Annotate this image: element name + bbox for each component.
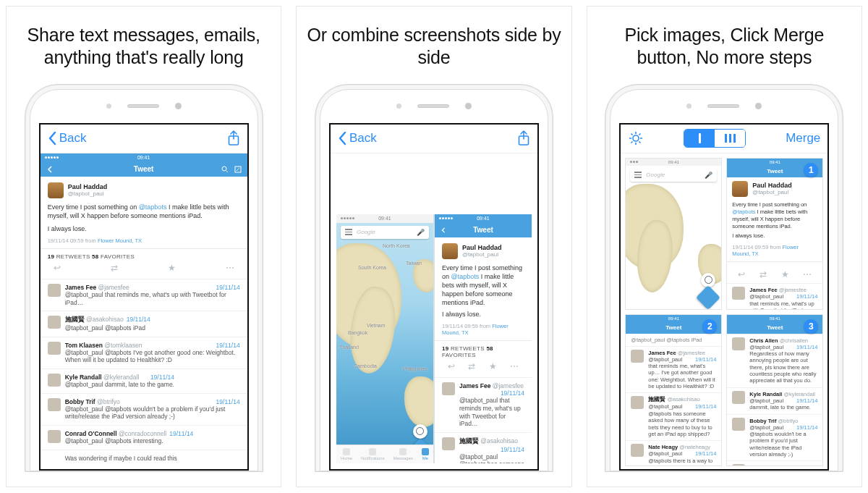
list-item: James Fee @jamesfee19/11/14@tapbot_paul … — [626, 346, 721, 393]
map-screenshot: 09:41 Google 🎤 North Korea — [336, 214, 434, 463]
search-placeholder: Google — [357, 229, 375, 235]
thumb-map[interactable]: 09:41 Google🎤 — [625, 158, 722, 310]
tweet-body: Paul Haddad @tapbot_paul Every time I po… — [41, 177, 247, 279]
list-item: 施國賢 @asakohisao19/11/14@tapbot_paul @tap… — [626, 392, 721, 440]
status-time: 09:41 — [41, 155, 247, 160]
list-item: Conrad O'Connell @conradoconnell19/11/14… — [41, 425, 247, 450]
list-item: Bobby Trif @btrifyo19/11/14@tapbot_paul … — [41, 393, 247, 425]
image-picker-grid: 09:41 Google🎤 09:41 Tweet — [621, 153, 827, 471]
seg-vertical[interactable] — [684, 130, 715, 147]
phone-screen: Back 09:41 — [329, 123, 539, 471]
map-tab[interactable]: Home — [341, 448, 352, 460]
merge-button[interactable]: Merge — [786, 131, 820, 146]
thumb-tweet-3[interactable]: 09:41 Tweet Chris Allen @chrisallen19/11… — [726, 314, 823, 466]
side-by-side-image: 09:41 Google 🎤 North Korea — [336, 214, 532, 463]
selection-badge: 2 — [702, 319, 717, 334]
status-bar: 09:41 — [41, 153, 247, 162]
list-item: Conrad O'Connell @conradoconnell19/11/14… — [727, 460, 822, 465]
menu-icon[interactable] — [345, 229, 352, 235]
phone-screen: Back 09:41 — [39, 123, 249, 471]
list-item: Chris Allen @chrisallen19/11/14 @tapbot_… — [727, 334, 822, 387]
screenshot-panel-2: Or combine screenshots side by side Back — [296, 6, 571, 487]
screenshot-panel-3: Pick images, Click Merge button, No more… — [587, 6, 862, 487]
list-item: Tom Klaasen @tomklaasen19/11/14@tapbot_p… — [41, 337, 247, 368]
app-navbar: Merge — [621, 125, 827, 153]
list-item: 施國賢 @asakohisao19/11/14@tapbot_paul @tap… — [435, 432, 532, 463]
map-tab[interactable]: Messages — [393, 448, 413, 460]
app-navbar: Back — [331, 125, 537, 153]
list-item: Bobby Trif @btrifyo19/11/14@tapbot_paul … — [727, 414, 822, 461]
mic-icon[interactable]: 🎤 — [417, 229, 425, 236]
selection-badge: 3 — [804, 319, 818, 334]
back-chevron-icon[interactable] — [338, 131, 346, 146]
list-item: Kyle Randall @kylerandall19/11/14@tapbot… — [41, 368, 247, 393]
back-button[interactable]: Back — [349, 131, 377, 146]
tweet-header: Tweet — [41, 162, 247, 177]
app-store-gallery: Share text messages, emails, anything th… — [0, 0, 868, 493]
stitched-image: 09:41 Tweet — [41, 153, 247, 471]
list-item: James Fee @jamesfee19/11/14@tapbot_paul … — [41, 279, 247, 311]
phone-sensors — [39, 100, 249, 113]
app-navbar: Back — [41, 125, 247, 153]
caption-3: Pick images, Click Merge button, No more… — [587, 7, 861, 77]
svg-point-4 — [633, 135, 639, 141]
phone-frame: Merge 09:41 Google🎤 — [605, 84, 843, 472]
list-item: Nate Heagy @nateheagy19/11/14@tapbot_pau… — [626, 440, 721, 465]
phone-sensors — [619, 100, 829, 113]
share-icon[interactable] — [517, 130, 530, 146]
list-item: 施國賢 @asakohisao19/11/14@tapbot_paul @tap… — [41, 311, 247, 337]
map-tab[interactable]: Notifications — [361, 448, 385, 460]
map-search[interactable]: Google 🎤 — [341, 226, 429, 239]
caption-2: Or combine screenshots side by side — [297, 7, 571, 77]
selection-badge: 1 — [804, 163, 818, 177]
tweet-text: Every time I post something on @tapbots … — [48, 203, 240, 220]
tweet-meta: 19/11/14 09:59 from Flower Mound, TX — [48, 237, 240, 244]
layout-segmented-control[interactable] — [684, 129, 746, 148]
thumb-tweet-2[interactable]: 09:41 Tweet @tapbot_paul @tapbots iPad J… — [625, 314, 722, 466]
phone-sensors — [329, 100, 539, 113]
tweet-stats: 19 RETWEETS 58 FAVORITES — [48, 253, 240, 260]
phone-frame: Back 09:41 — [25, 84, 263, 472]
phone-frame: Back 09:41 — [315, 84, 553, 472]
locate-icon[interactable] — [413, 424, 427, 439]
screenshot-panel-1: Share text messages, emails, anything th… — [6, 6, 281, 487]
tweet-screenshot: 09:41 Tweet Paul Haddad@tapbot_paul Ever… — [434, 214, 532, 463]
back-button[interactable]: Back — [59, 131, 87, 146]
context-line: @tapbot_paul @tapbots iPad — [626, 334, 721, 346]
list-item: James Fee @jamesfee19/11/14@tapbot_paul … — [727, 283, 822, 309]
avatar — [48, 182, 64, 198]
share-icon[interactable] — [227, 130, 240, 146]
list-item: James Fee @jamesfee19/11/14@tapbot_paul … — [435, 377, 532, 432]
list-item: Kyle Randall @kylerandall19/11/14@tapbot… — [727, 387, 822, 414]
map-tab[interactable]: Me — [422, 448, 429, 460]
trailing-text: Was wondering if maybe I could read this — [41, 450, 247, 471]
gear-icon[interactable] — [628, 130, 644, 146]
back-chevron-icon[interactable] — [48, 131, 56, 146]
replies-list: James Fee @jamesfee19/11/14@tapbot_paul … — [41, 279, 247, 450]
thumb-tweet-1[interactable]: 09:41 Tweet Paul Haddad@tapbot_paul Ever… — [726, 158, 823, 310]
seg-horizontal[interactable] — [715, 130, 745, 147]
phone-screen: Merge 09:41 Google🎤 — [619, 123, 829, 471]
tweet-actions: ↩⇄★⋯ — [48, 260, 240, 273]
caption-1: Share text messages, emails, anything th… — [7, 7, 281, 77]
map-tabbar: HomeNotificationsMessagesMe — [336, 444, 433, 463]
